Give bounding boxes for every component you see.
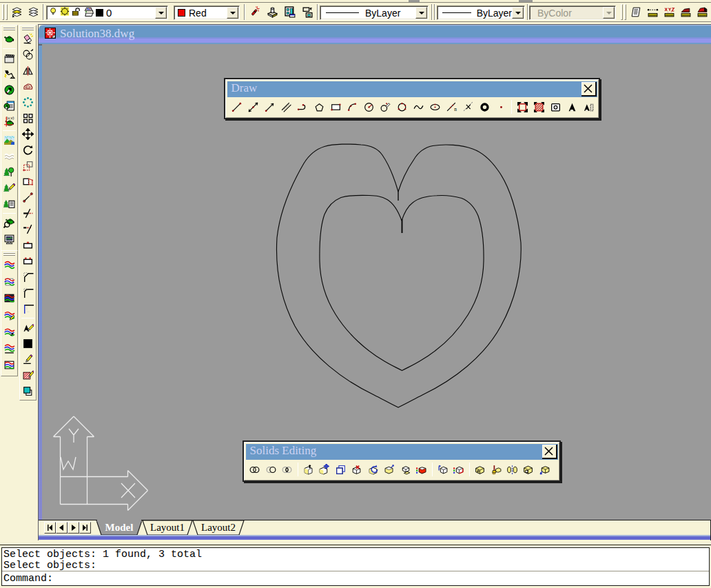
draw-ellipse-button[interactable] bbox=[426, 99, 443, 115]
properties-window-button[interactable] bbox=[282, 4, 298, 19]
solids-intersect-button[interactable] bbox=[279, 462, 296, 478]
layer-states-button[interactable] bbox=[25, 4, 41, 19]
draw-mline-button[interactable] bbox=[278, 99, 294, 115]
toolbar-grip[interactable] bbox=[22, 27, 34, 30]
solids-movef-button[interactable] bbox=[316, 462, 333, 478]
solids-copye-button[interactable] bbox=[435, 462, 451, 478]
solids-offsetf-button[interactable] bbox=[333, 462, 349, 478]
solids-colore-button[interactable] bbox=[451, 462, 467, 478]
draw-arc-button[interactable] bbox=[344, 99, 360, 115]
toolbar-grip[interactable] bbox=[621, 4, 623, 20]
render-mapping-button[interactable]: (u,v) bbox=[2, 114, 17, 130]
viewports-button[interactable] bbox=[300, 4, 315, 19]
draw-mtext-button[interactable] bbox=[564, 99, 580, 115]
draw-divide-button[interactable]: n bbox=[443, 99, 460, 115]
draw-measure-button[interactable] bbox=[460, 99, 476, 115]
solids-rotatef-button[interactable] bbox=[365, 462, 382, 478]
layer-plot-icon[interactable] bbox=[83, 6, 94, 19]
toolbar-grip[interactable] bbox=[3, 27, 15, 30]
draw-toolbar-title[interactable]: Draw bbox=[227, 81, 597, 97]
render-fog-button[interactable] bbox=[2, 148, 17, 164]
modify-fillet-button[interactable] bbox=[21, 285, 35, 301]
modify-scale-button[interactable] bbox=[21, 158, 35, 174]
heart-outer-curve[interactable] bbox=[276, 144, 521, 407]
layer-freeze-icon[interactable] bbox=[60, 6, 70, 19]
layers-button[interactable] bbox=[9, 4, 24, 19]
locate-point-button[interactable] bbox=[661, 4, 677, 19]
draw-point-button[interactable] bbox=[493, 99, 509, 115]
solids-extrudef-button[interactable] bbox=[300, 462, 317, 478]
render-matlib-button[interactable] bbox=[2, 98, 17, 114]
shade-shgouredge-button[interactable] bbox=[2, 357, 17, 374]
render-lights-button[interactable] bbox=[2, 66, 17, 82]
modify-move-button[interactable] bbox=[21, 126, 35, 142]
render-lsnew-button[interactable] bbox=[2, 164, 17, 180]
solids-colorf-button[interactable] bbox=[413, 462, 430, 478]
shade-shflat-button[interactable] bbox=[2, 307, 17, 323]
solids-separate-button[interactable] bbox=[504, 462, 521, 478]
command-input[interactable]: Command: bbox=[2, 571, 709, 585]
solids-union-button[interactable] bbox=[247, 462, 263, 478]
tab-nav-next[interactable] bbox=[68, 522, 79, 534]
toolbar-grip[interactable] bbox=[3, 252, 15, 256]
tab-layout1[interactable]: Layout1 bbox=[142, 520, 193, 536]
tab-model[interactable]: Model bbox=[96, 520, 143, 536]
render-renderpref-button[interactable] bbox=[2, 215, 17, 231]
lineweight-combo[interactable]: ByLayer bbox=[437, 6, 525, 20]
draw-donut-button[interactable] bbox=[476, 99, 493, 115]
solids-taperf-button[interactable] bbox=[381, 462, 398, 478]
modify-break-button[interactable] bbox=[21, 253, 35, 269]
solids-toolbar-title[interactable]: Solids Editing bbox=[246, 444, 558, 460]
draw-hatch-button[interactable] bbox=[530, 99, 547, 115]
shade-shflatedge-button[interactable] bbox=[2, 340, 17, 356]
command-history[interactable]: Select objects: 1 found, 3 total Select … bbox=[2, 548, 709, 571]
tab-nav-prev[interactable] bbox=[56, 522, 68, 534]
draw-circle3-button[interactable] bbox=[393, 99, 410, 115]
shade-shgouraud-button[interactable] bbox=[2, 323, 17, 340]
render-background-button[interactable] bbox=[2, 132, 17, 148]
draw-block-button[interactable] bbox=[514, 99, 530, 115]
linetype-combo[interactable]: ByLayer bbox=[320, 6, 429, 20]
toolbar-grip[interactable] bbox=[624, 4, 626, 20]
render-materials-button[interactable] bbox=[2, 82, 17, 98]
toolbar-grip[interactable] bbox=[6, 4, 8, 20]
draw-xline-button[interactable] bbox=[245, 99, 261, 115]
tab-nav-last[interactable] bbox=[79, 522, 91, 534]
shade-shhidden-button[interactable] bbox=[2, 290, 17, 307]
solids-imprint-button[interactable] bbox=[472, 462, 488, 478]
mass-properties-button[interactable] bbox=[694, 4, 710, 19]
draw-ray-button[interactable] bbox=[261, 99, 278, 115]
render-scenes-button[interactable] bbox=[2, 50, 17, 66]
modify-erase-button[interactable] bbox=[21, 31, 35, 47]
modify-extend-button[interactable] bbox=[21, 221, 35, 237]
draw-pline-button[interactable] bbox=[294, 99, 311, 115]
modify-editpline-button[interactable] bbox=[21, 352, 35, 367]
draw-spline-button[interactable] bbox=[410, 99, 426, 115]
layer-combo[interactable]: 0 bbox=[46, 6, 168, 20]
document-title-bar[interactable]: Solution38.dwg bbox=[39, 25, 711, 44]
modify-lengthen-button[interactable] bbox=[21, 190, 35, 205]
tab-nav-first[interactable] bbox=[44, 522, 56, 534]
draw-region-button[interactable] bbox=[547, 99, 564, 115]
modify-stretch-button[interactable] bbox=[21, 174, 35, 190]
solids-deletef-button[interactable] bbox=[349, 462, 365, 478]
modify-chamfer-button[interactable] bbox=[21, 269, 35, 285]
solids-copyf-button[interactable] bbox=[398, 462, 414, 478]
render-render-button[interactable] bbox=[2, 31, 17, 47]
solids-toolbar-close-button[interactable] bbox=[542, 445, 557, 459]
tab-layout2[interactable]: Layout2 bbox=[192, 520, 245, 536]
toolbar-grip[interactable] bbox=[2, 4, 4, 20]
modify-edithatch-button[interactable] bbox=[21, 367, 35, 383]
distance-button[interactable] bbox=[645, 4, 660, 19]
make-layer-current-button[interactable] bbox=[265, 4, 280, 19]
modify-draworder-button[interactable] bbox=[21, 336, 35, 352]
draw-rectangle-button[interactable] bbox=[327, 99, 344, 115]
draw-circle-button[interactable] bbox=[360, 99, 377, 115]
draw-toolbar-close-button[interactable] bbox=[581, 82, 597, 97]
draw-polygon-button[interactable] bbox=[311, 99, 327, 115]
solids-subtract-button[interactable] bbox=[263, 462, 280, 478]
solids-shell-button[interactable] bbox=[520, 462, 537, 478]
modify-rotate-button[interactable] bbox=[21, 142, 35, 158]
layer-on-icon[interactable] bbox=[49, 6, 59, 19]
linetype-combo-dropdown[interactable] bbox=[415, 7, 427, 19]
